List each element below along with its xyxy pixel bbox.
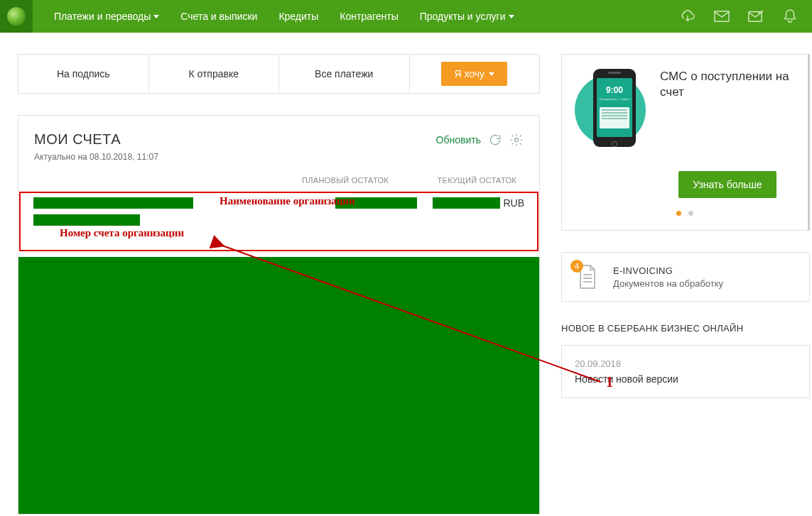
news-date: 20.09.2018 <box>575 358 796 369</box>
nav-icons <box>680 9 798 23</box>
news-section: НОВОЕ В СБЕРБАНК БИЗНЕС ОНЛАЙН 20.09.201… <box>561 323 810 398</box>
tab-label: На подпись <box>57 68 110 79</box>
promo-illustration: 9:00 Понедельник, 2 апреля <box>573 66 651 158</box>
notification-badge: 4 <box>570 260 583 273</box>
logo-icon <box>7 7 26 26</box>
nav-item-credits[interactable]: Кредиты <box>278 11 318 22</box>
redacted-org-name <box>33 197 193 209</box>
refresh-link[interactable]: Обновить <box>436 134 481 146</box>
phone-time: 9:00 <box>606 85 623 95</box>
card-header-actions: Обновить <box>436 131 524 147</box>
news-card[interactable]: 20.09.2018 Новости новой версии <box>561 345 810 398</box>
nav-item-label: Платежи и переводы <box>54 11 151 22</box>
annotation-highlight-box: RUB Наименование организации Номер счета… <box>19 192 538 251</box>
card-header: МОИ СЧЕТА Актуально на 08.10.2018, 11:07… <box>18 116 539 168</box>
redacted-account-number <box>33 214 140 226</box>
col-header-planned: ПЛАНОВЫЙ ОСТАТОК <box>268 176 396 185</box>
card-header-left: МОИ СЧЕТА Актуально на 08.10.2018, 11:07 <box>34 131 436 162</box>
top-nav: Платежи и переводы Счета и выписки Креди… <box>0 0 812 33</box>
einvoicing-subtitle: Документов на обработку <box>613 278 723 289</box>
einvoicing-title: E-INVOICING <box>613 265 723 276</box>
pagination-dot[interactable] <box>688 211 693 216</box>
chevron-down-icon <box>489 72 494 76</box>
button-label: Узнать больше <box>693 179 762 190</box>
cloud-download-icon[interactable] <box>680 9 695 23</box>
annotation-org-name: Наименование организации <box>220 194 355 208</box>
account-row-wrap: RUB Наименование организации Номер счета… <box>18 192 539 251</box>
tab-label: Все платежи <box>315 68 373 79</box>
nav-item-label: Продукты и услуги <box>420 11 506 22</box>
promo-card: 9:00 Понедельник, 2 апреля СМС о поступл… <box>561 54 810 231</box>
chevron-down-icon <box>509 15 514 18</box>
side-column: 9:00 Понедельник, 2 апреля СМС о поступл… <box>561 54 810 398</box>
card-title: МОИ СЧЕТА <box>34 131 436 148</box>
promo-pagination <box>573 211 796 216</box>
accounts-card: МОИ СЧЕТА Актуально на 08.10.2018, 11:07… <box>18 115 540 515</box>
tab-all-payments[interactable]: Все платежи <box>279 55 410 93</box>
tab-to-send[interactable]: К отправке <box>149 55 280 93</box>
einvoicing-card[interactable]: 4 E-INVOICING Документов на обработку <box>561 252 810 302</box>
pagination-dot[interactable] <box>676 211 681 216</box>
einvoicing-text: E-INVOICING Документов на обработку <box>613 265 723 289</box>
nav-item-label: Контрагенты <box>340 11 398 22</box>
svg-rect-0 <box>715 11 729 22</box>
mail-icon[interactable] <box>714 9 730 23</box>
current-balance-cell: RUB <box>417 197 524 209</box>
bell-icon[interactable] <box>782 9 798 23</box>
i-want-button[interactable]: Я хочу <box>441 62 507 86</box>
card-subtitle: Актуально на 08.10.2018, 11:07 <box>34 152 436 162</box>
button-label: Я хочу <box>454 68 485 79</box>
redacted-content-block <box>18 257 539 514</box>
nav-item-label: Счета и выписки <box>180 11 257 22</box>
svg-point-2 <box>515 138 519 142</box>
currency-label: RUB <box>503 197 524 209</box>
col-header-current: ТЕКУЩИЙ ОСТАТОК <box>396 176 524 185</box>
column-headers: ПЛАНОВЫЙ ОСТАТОК ТЕКУЩИЙ ОСТАТОК <box>18 168 539 192</box>
page-container: На подпись К отправке Все платежи Я хочу… <box>0 33 812 515</box>
document-icon-wrap: 4 <box>573 263 602 291</box>
tabs-block: На подпись К отправке Все платежи Я хочу <box>18 54 540 94</box>
annotation-number: 1 <box>606 373 613 391</box>
nav-item-products[interactable]: Продукты и услуги <box>420 11 514 22</box>
nav-item-payments[interactable]: Платежи и переводы <box>54 11 159 22</box>
nav-item-label: Кредиты <box>278 11 318 22</box>
phone-icon: 9:00 Понедельник, 2 апреля <box>593 69 636 147</box>
nav-item-accounts[interactable]: Счета и выписки <box>180 11 257 22</box>
logo[interactable] <box>0 0 33 33</box>
nav-items: Платежи и переводы Счета и выписки Креди… <box>54 11 680 22</box>
tab-action-cell: Я хочу <box>410 55 540 93</box>
main-column: На подпись К отправке Все платежи Я хочу… <box>18 54 540 515</box>
annotation-account-number: Номер счета организации <box>60 226 184 240</box>
tab-to-sign[interactable]: На подпись <box>18 55 149 93</box>
promo-title: СМС о поступлении на счет <box>660 66 796 100</box>
news-section-title: НОВОЕ В СБЕРБАНК БИЗНЕС ОНЛАЙН <box>561 323 810 334</box>
nav-item-counterparties[interactable]: Контрагенты <box>340 11 398 22</box>
chevron-down-icon <box>153 15 159 18</box>
redacted-current-balance <box>433 197 500 209</box>
tab-label: К отправке <box>188 68 239 79</box>
promo-learn-more-button[interactable]: Узнать больше <box>678 171 776 198</box>
gear-icon[interactable] <box>509 133 524 147</box>
refresh-icon[interactable] <box>488 133 502 147</box>
mail-check-icon[interactable] <box>748 9 764 23</box>
